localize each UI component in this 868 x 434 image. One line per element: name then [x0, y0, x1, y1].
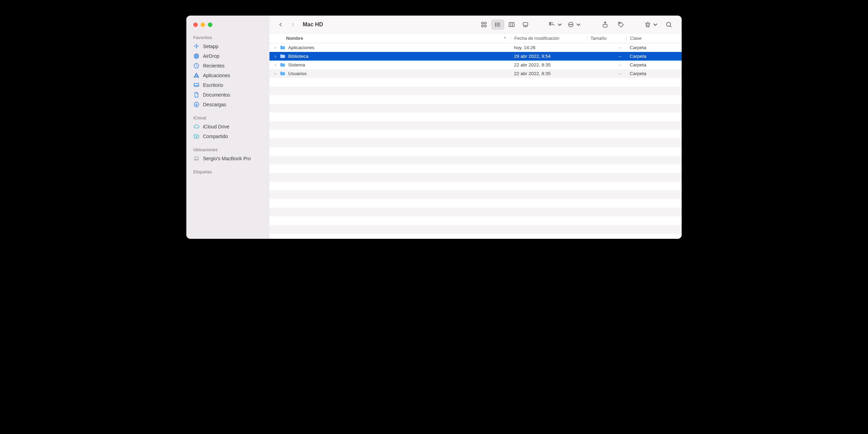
sidebar-item-label: Documentos [203, 92, 230, 98]
file-row[interactable]: Usuarios22 abr 2022, 8:35--Carpeta [269, 69, 682, 78]
sidebar-item[interactable]: Aplicaciones [186, 71, 269, 80]
file-size: -- [587, 54, 626, 59]
empty-row [269, 164, 682, 173]
svg-rect-12 [194, 83, 199, 87]
sidebar-item-label: Escritorio [203, 82, 223, 88]
file-name: Sistema [288, 62, 511, 67]
clock-icon [193, 63, 200, 69]
column-header-date[interactable]: Fecha de modificación [511, 36, 587, 41]
empty-row [269, 173, 682, 182]
file-date: 22 abr 2022, 8:35 [511, 62, 587, 67]
file-kind: Carpeta [626, 71, 682, 76]
file-row[interactable]: Biblioteca29 abr 2022, 9:54--Carpeta [269, 52, 682, 61]
svg-point-26 [495, 26, 496, 26]
empty-row [269, 87, 682, 95]
file-kind: Carpeta [626, 45, 682, 50]
file-kind: Carpeta [626, 62, 682, 67]
list-view-button[interactable] [491, 19, 504, 30]
empty-row [269, 216, 682, 225]
sidebar-item[interactable]: Compartido [186, 132, 269, 141]
sidebar-item[interactable]: AirDrop [186, 51, 269, 61]
svg-point-33 [525, 26, 526, 27]
close-button[interactable] [193, 22, 198, 27]
fullscreen-button[interactable] [208, 22, 212, 27]
empty-row [269, 138, 682, 147]
empty-row [269, 190, 682, 199]
sidebar-section-label: Ubicaciones [186, 145, 269, 154]
svg-rect-28 [509, 22, 514, 27]
icon-view-button[interactable] [477, 19, 490, 30]
disclosure-chevron-icon[interactable] [273, 55, 278, 58]
sidebar-item[interactable]: Sergio's MacBook Pro [186, 154, 269, 163]
window-title: Mac HD [303, 21, 323, 28]
column-header-kind[interactable]: Clase [626, 36, 682, 41]
forward-button[interactable] [288, 20, 298, 29]
window-controls [186, 22, 269, 33]
group-button[interactable] [548, 19, 564, 30]
tags-button[interactable] [614, 19, 628, 30]
svg-point-5 [196, 55, 197, 57]
sidebar-item[interactable]: Setapp [186, 42, 269, 51]
minimize-button[interactable] [201, 22, 205, 27]
download-icon [193, 101, 200, 108]
svg-rect-17 [195, 157, 198, 160]
cloud-icon [193, 124, 200, 130]
search-button[interactable] [662, 19, 675, 30]
file-row[interactable]: Sistema22 abr 2022, 8:35--Carpeta [269, 61, 682, 69]
file-size: -- [587, 45, 626, 50]
file-list: Aplicacioneshoy, 14:26--CarpetaBibliotec… [269, 43, 682, 239]
svg-rect-3 [196, 45, 197, 47]
sidebar-item[interactable]: Escritorio [186, 80, 269, 90]
column-header-size[interactable]: Tamaño [587, 36, 626, 41]
sidebar-item-label: Descargas [203, 102, 226, 107]
file-row[interactable]: Aplicacioneshoy, 14:26--Carpeta [269, 43, 682, 52]
empty-row [269, 95, 682, 104]
disclosure-chevron-icon[interactable] [273, 63, 278, 67]
disclosure-chevron-icon[interactable] [273, 72, 278, 75]
svg-rect-19 [485, 22, 486, 24]
document-icon [193, 92, 200, 98]
sidebar-item-label: Recientes [203, 63, 224, 69]
sidebar-item[interactable]: Recientes [186, 61, 269, 71]
empty-row [269, 121, 682, 130]
file-kind: Carpeta [626, 54, 682, 59]
share-button[interactable] [599, 19, 612, 30]
column-header-name[interactable]: Nombre [269, 36, 511, 41]
sidebar-item-label: Sergio's MacBook Pro [203, 156, 251, 161]
svg-point-24 [495, 24, 496, 25]
action-menu-button[interactable] [567, 19, 583, 30]
svg-point-22 [495, 23, 496, 24]
column-view-button[interactable] [505, 19, 518, 30]
column-headers: Nombre Fecha de modificación Tamaño Clas… [269, 34, 682, 43]
empty-row [269, 199, 682, 208]
disclosure-chevron-icon[interactable] [273, 46, 278, 49]
file-size: -- [587, 71, 626, 76]
back-button[interactable] [276, 20, 285, 29]
setapp-icon [193, 43, 200, 49]
sidebar-item-label: Setapp [203, 44, 218, 49]
folder-icon [279, 70, 286, 77]
trash-button[interactable] [644, 19, 659, 30]
sidebar-item-label: AirDrop [203, 53, 219, 59]
empty-row [269, 130, 682, 138]
toolbar: Mac HD [269, 16, 682, 34]
laptop-icon [193, 155, 200, 162]
finder-window: FavoritosSetappAirDropRecientesAplicacio… [186, 16, 682, 239]
sidebar-item[interactable]: Descargas [186, 100, 269, 109]
empty-row [269, 78, 682, 87]
view-mode-group [477, 19, 532, 30]
sort-ascending-icon [503, 36, 507, 41]
sidebar-item-label: Aplicaciones [203, 73, 230, 78]
sidebar-section-label: iCloud [186, 114, 269, 122]
gallery-view-button[interactable] [519, 19, 532, 30]
svg-point-41 [570, 24, 571, 25]
sidebar: FavoritosSetappAirDropRecientesAplicacio… [186, 16, 269, 239]
file-date: 22 abr 2022, 8:35 [511, 71, 587, 76]
svg-rect-4 [196, 47, 197, 48]
file-name: Aplicaciones [288, 45, 511, 50]
sidebar-item[interactable]: Documentos [186, 90, 269, 100]
svg-point-42 [572, 24, 573, 25]
sidebar-item[interactable]: iCloud Drive [186, 122, 269, 132]
svg-point-32 [524, 26, 524, 27]
file-date: 29 abr 2022, 9:54 [511, 54, 587, 59]
